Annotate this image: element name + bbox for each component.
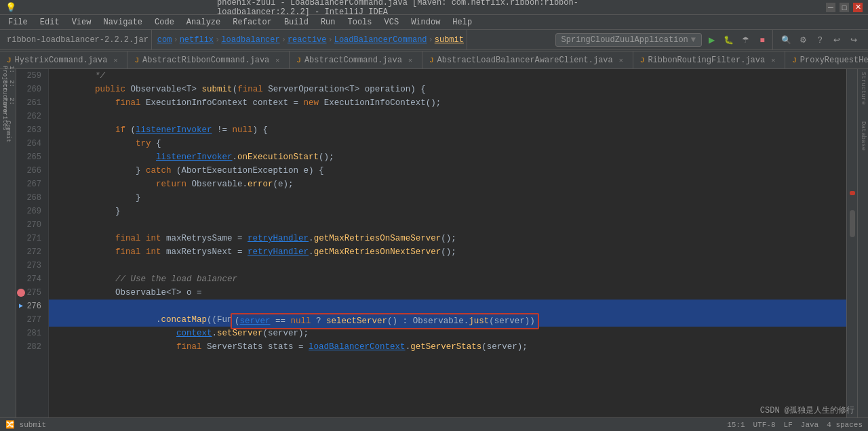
code-line-271: final int maxRetrysSame = retryHandler.g… (49, 232, 846, 245)
menu-vcs[interactable]: VCS (379, 16, 405, 28)
code-line-275: Observable<T> o = (49, 286, 846, 300)
code-line-267: return Observable.error(e); (49, 178, 846, 191)
title-bar: 💡 phoenix-zuul - LoadBalancerCommand.jav… (0, 0, 868, 15)
code-line-261: final ExecutionInfoContext context = new… (49, 96, 846, 110)
tab-close-button-5[interactable]: ✕ (768, 56, 778, 65)
sidebar-favorites[interactable]: 2: Favorites (1, 107, 15, 121)
run-button[interactable]: ▶ (704, 33, 719, 47)
toolbar-breadcrumbs: com › netflix › loadbalancer › reactive … (155, 30, 467, 49)
code-line-272: final int maxRetrysNext = retryHandler.g… (49, 245, 846, 259)
tab-close-button-3[interactable]: ✕ (406, 56, 415, 65)
git-status[interactable]: 🔀 submit (5, 420, 46, 429)
tab-close-button-2[interactable]: ✕ (273, 56, 282, 65)
debug-button[interactable]: 🐛 (721, 33, 736, 47)
toolbar-run-config: SpringCloudZuulApplication ▼ ▶ 🐛 ☂ ■ (553, 30, 773, 49)
menu-build[interactable]: Build (279, 16, 314, 28)
code-line-276: (server == null ? selectServer() : Obser… (49, 300, 846, 313)
menu-analyze[interactable]: Analyze (181, 16, 226, 28)
tab-abstractloadbalancer[interactable]: J AbstractLoadBalancerAwareClient.java ✕ (422, 51, 633, 68)
code-line-270 (49, 218, 846, 232)
code-line-274: // Use the load balancer (49, 272, 846, 286)
menu-tools[interactable]: Tools (342, 16, 378, 28)
tab-close-button[interactable]: ✕ (111, 56, 120, 65)
java-icon-4: J (429, 56, 434, 64)
stop-button[interactable]: ■ (755, 33, 770, 47)
title-bar-left: 💡 (5, 2, 16, 13)
java-icon-3: J (296, 56, 301, 64)
code-line-269: } (49, 205, 846, 218)
search-everywhere-button[interactable]: 🔍 (778, 33, 793, 47)
run-config-selector[interactable]: SpringCloudZuulApplication ▼ (555, 33, 702, 47)
sidebar-commit[interactable]: Commit (1, 125, 15, 138)
arrow-277: ▶ (16, 300, 26, 313)
minimize-button[interactable]: ─ (826, 3, 835, 12)
app-icon: 💡 (5, 2, 16, 13)
dropdown-icon: ▼ (691, 35, 696, 45)
indent-info[interactable]: 4 spaces (827, 421, 863, 429)
breakpoint-276[interactable] (16, 286, 26, 300)
java-icon-2: J (134, 56, 139, 64)
structure-label[interactable]: Structure (860, 72, 867, 105)
redo-button[interactable]: ↪ (846, 33, 861, 47)
code-line-266: } catch (AbortExecutionException e) { (49, 164, 846, 178)
maximize-button[interactable]: □ (840, 3, 849, 12)
tab-label-3: AbstractCommand.java (304, 56, 402, 65)
menu-window[interactable]: Window (406, 16, 446, 28)
scroll-thumb[interactable] (850, 210, 855, 237)
menu-refactor[interactable]: Refactor (227, 16, 277, 28)
menu-view[interactable]: View (66, 16, 97, 28)
breadcrumb-loadbalancer[interactable]: loadbalancer (221, 35, 279, 45)
menu-help[interactable]: Help (447, 16, 477, 28)
tab-abstractribboncommand[interactable]: J AbstractRibbonCommand.java ✕ (127, 51, 290, 68)
code-line-259: */ (49, 69, 846, 83)
file-type[interactable]: Java (801, 421, 818, 429)
tab-hystrixcommand[interactable]: J HystrixCommand.java ✕ (0, 51, 127, 68)
editor-area[interactable]: 保护版权 980028956 建议使用外方 2022/03/08 14:40:5… (16, 69, 857, 417)
help-button[interactable]: ? (812, 33, 827, 47)
database-label[interactable]: Database (860, 121, 867, 150)
breadcrumb-reactive[interactable]: reactive (288, 35, 327, 45)
project-name: ribbon-loadbalancer-2.2.2.jar (7, 35, 149, 45)
tab-label-4: AbstractLoadBalancerAwareClient.java (437, 56, 613, 65)
tabs-bar: J HystrixCommand.java ✕ J AbstractRibbon… (0, 50, 868, 69)
settings-button[interactable]: ⚙ (795, 33, 810, 47)
tab-abstractcommand[interactable]: J AbstractCommand.java ✕ (290, 51, 422, 68)
menu-bar: File Edit View Navigate Code Analyze Ref… (0, 15, 868, 30)
close-button[interactable]: ✕ (853, 3, 863, 12)
code-line-264: try { (49, 137, 846, 150)
menu-navigate[interactable]: Navigate (98, 16, 148, 28)
run-config-label: SpringCloudZuulApplication (561, 35, 688, 45)
undo-button[interactable]: ↩ (829, 33, 844, 47)
title-bar-title: phoenix-zuul - LoadBalancerCommand.java … (217, 0, 651, 17)
code-line-260: public Observable<T> submit(final Server… (49, 83, 846, 96)
menu-run[interactable]: Run (315, 16, 341, 28)
menu-code[interactable]: Code (149, 16, 180, 28)
coverage-button[interactable]: ☂ (738, 33, 753, 47)
right-panel-labels: Structure Database (857, 69, 868, 417)
toolbar-actions: 🔍 ⚙ ? ↩ ↪ (776, 30, 864, 49)
menu-edit[interactable]: Edit (35, 16, 65, 28)
breadcrumb-class[interactable]: LoadBalancerCommand (334, 35, 427, 45)
scroll-error-marker (850, 191, 855, 195)
breadcrumb-method[interactable]: submit (435, 35, 464, 45)
line-numbers: ▶ 259 260 261 262 263 264 265 266 267 26… (16, 69, 49, 417)
breadcrumb-netflix[interactable]: netflix (180, 35, 214, 45)
tab-label-6: ProxyRequestHelper.java (800, 56, 868, 65)
tab-proxyrequesthelper[interactable]: J ProxyRequestHelper.java ✕ (785, 51, 868, 68)
encoding[interactable]: UTF-8 (753, 421, 776, 429)
line-endings[interactable]: LF (784, 421, 793, 429)
java-icon-6: J (792, 56, 797, 64)
main-layout: 1: Project 2: Structure 2: Favorites Com… (0, 69, 868, 417)
right-scrollbar[interactable] (846, 69, 857, 417)
menu-file[interactable]: File (3, 16, 33, 28)
tab-ribbonroutingfilter[interactable]: J RibbonRoutingFilter.java ✕ (633, 51, 785, 68)
code-line-262 (49, 110, 846, 123)
code-area[interactable]: */ public Observable<T> submit(final Ser… (49, 69, 846, 417)
tab-label-2: AbstractRibbonCommand.java (142, 56, 269, 65)
left-sidebar: 1: Project 2: Structure 2: Favorites Com… (0, 69, 16, 417)
tab-close-button-4[interactable]: ✕ (616, 56, 626, 65)
code-line-282: final ServerStats stats = loadBalancerCo… (49, 340, 846, 354)
breadcrumb-com[interactable]: com (157, 35, 172, 45)
toolbar: ribbon-loadbalancer-2.2.2.jar com › netf… (0, 30, 868, 50)
code-line-268: } (49, 191, 846, 205)
